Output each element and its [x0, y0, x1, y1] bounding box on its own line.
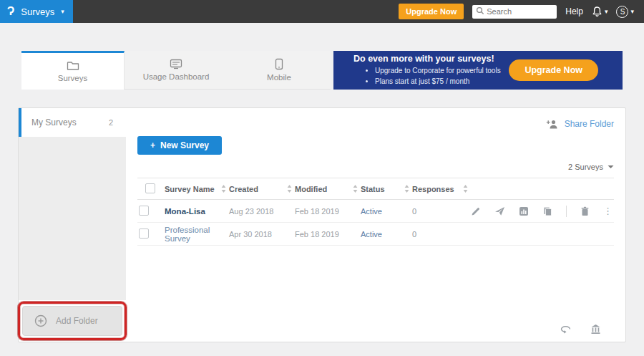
- responses-count: 0: [411, 223, 469, 246]
- column-header-survey-name[interactable]: Survey Name: [165, 185, 215, 193]
- table-header-row: Survey Name Created Modified Status: [137, 178, 614, 200]
- sort-icon[interactable]: [404, 185, 409, 193]
- sort-icon[interactable]: [221, 185, 226, 193]
- avatar: S: [616, 6, 628, 18]
- tab-strip: Surveys Usage Dashboard Mobile: [21, 51, 331, 90]
- top-bar: Ɂ Surveys ▾ Upgrade Now Help ▾ S ▾: [0, 0, 644, 23]
- tab-label: Surveys: [58, 74, 88, 82]
- report-chart-icon[interactable]: [519, 206, 529, 216]
- survey-list-content: Share Folder + New Survey 2 Surveys Surv…: [126, 108, 625, 342]
- share-folder-link[interactable]: Share Folder: [565, 119, 614, 129]
- recycle-bin-icon[interactable]: [590, 324, 601, 335]
- more-kebab-icon[interactable]: ⋮: [603, 206, 613, 216]
- add-folder-label: Add Folder: [56, 316, 98, 326]
- account-menu[interactable]: S ▾: [616, 6, 634, 18]
- copy-icon[interactable]: [542, 206, 552, 216]
- survey-table: Survey Name Created Modified Status: [137, 178, 614, 246]
- new-survey-button[interactable]: + New Survey: [137, 136, 222, 155]
- divider: [566, 206, 567, 217]
- modified-date: Feb 18 2019: [293, 200, 359, 223]
- table-row: Professional Survey Apr 30 2018 Feb 18 2…: [137, 223, 614, 246]
- surveys-card: My Surveys 2 Add Folder: [18, 107, 626, 342]
- product-menu[interactable]: Ɂ Surveys ▾: [0, 0, 73, 23]
- modified-date: Feb 18 2019: [293, 223, 359, 246]
- column-header-responses[interactable]: Responses: [412, 185, 454, 193]
- search-box: [472, 4, 557, 19]
- mobile-phone-icon: [275, 58, 283, 70]
- upgrade-now-button[interactable]: Upgrade Now: [399, 4, 464, 19]
- table-row: Mona-Lisa Aug 23 2018 Feb 18 2019 Active…: [137, 200, 614, 223]
- chevron-down-icon: ▾: [605, 9, 608, 15]
- tab-surveys[interactable]: Surveys: [21, 51, 125, 90]
- chevron-down-icon: ▾: [61, 9, 64, 15]
- add-folder-button[interactable]: Add Folder: [22, 306, 122, 336]
- survey-count-label: 2 Surveys: [568, 163, 603, 171]
- sort-icon[interactable]: [463, 185, 468, 193]
- column-header-created[interactable]: Created: [229, 185, 258, 193]
- sort-icon[interactable]: [353, 185, 358, 193]
- search-input[interactable]: [472, 5, 557, 19]
- status-badge: Active: [359, 200, 411, 223]
- help-link[interactable]: Help: [565, 6, 583, 16]
- created-date: Apr 30 2018: [228, 223, 293, 246]
- banner-bullet-list: Upgrade to Corporate for powerful tools …: [375, 66, 509, 87]
- chevron-down-icon: [608, 165, 614, 169]
- banner-title: Do even more with your surveys!: [353, 54, 509, 64]
- app-logo-icon: Ɂ: [7, 5, 14, 18]
- notifications-menu[interactable]: ▾: [592, 6, 608, 17]
- row-checkbox[interactable]: [139, 206, 149, 216]
- restore-history-icon[interactable]: [560, 324, 572, 334]
- survey-name-link[interactable]: Mona-Lisa: [165, 207, 205, 216]
- upsell-banner: Do even more with your surveys! Upgrade …: [333, 51, 623, 90]
- banner-bullet: Upgrade to Corporate for powerful tools: [375, 66, 509, 77]
- bell-icon: [592, 6, 602, 17]
- created-date: Aug 23 2018: [228, 200, 293, 223]
- folder-name: My Surveys: [31, 117, 77, 128]
- folder-count-badge: 2: [109, 118, 113, 127]
- row-actions: ⋮: [471, 206, 613, 217]
- product-menu-label: Surveys: [21, 6, 54, 17]
- search-icon: [476, 6, 484, 15]
- row-checkbox[interactable]: [139, 228, 149, 239]
- folder-list-panel: [19, 137, 126, 300]
- tab-mobile[interactable]: Mobile: [228, 51, 331, 90]
- banner-upgrade-button[interactable]: Upgrade Now: [509, 59, 598, 81]
- sort-icon[interactable]: [287, 185, 292, 193]
- tab-usage-dashboard[interactable]: Usage Dashboard: [125, 51, 228, 90]
- delete-trash-icon[interactable]: [580, 206, 590, 216]
- banner-bullet: Plans start at just $75 / month: [375, 77, 509, 87]
- tab-label: Mobile: [267, 73, 291, 82]
- plus-icon: +: [150, 140, 155, 150]
- survey-name-link[interactable]: Professional Survey: [165, 226, 210, 243]
- folder-sidebar: My Surveys 2 Add Folder: [19, 108, 126, 342]
- select-all-checkbox[interactable]: [145, 183, 155, 193]
- column-header-modified[interactable]: Modified: [295, 185, 327, 193]
- survey-count-dropdown[interactable]: 2 Surveys: [137, 163, 614, 171]
- status-badge: Active: [359, 223, 411, 246]
- plus-circle-icon: [34, 314, 47, 327]
- new-survey-label: New Survey: [160, 140, 209, 150]
- chevron-down-icon: ▾: [630, 9, 634, 15]
- sidebar-item-my-surveys[interactable]: My Surveys 2: [19, 108, 126, 137]
- share-person-icon: [546, 119, 560, 130]
- dashboard-icon: [170, 59, 182, 69]
- tab-label: Usage Dashboard: [143, 72, 210, 81]
- responses-count: 0: [411, 200, 469, 223]
- edit-pencil-icon[interactable]: [471, 206, 481, 216]
- folder-icon: [67, 60, 79, 71]
- column-header-status[interactable]: Status: [361, 185, 385, 193]
- send-plane-icon[interactable]: [494, 206, 505, 216]
